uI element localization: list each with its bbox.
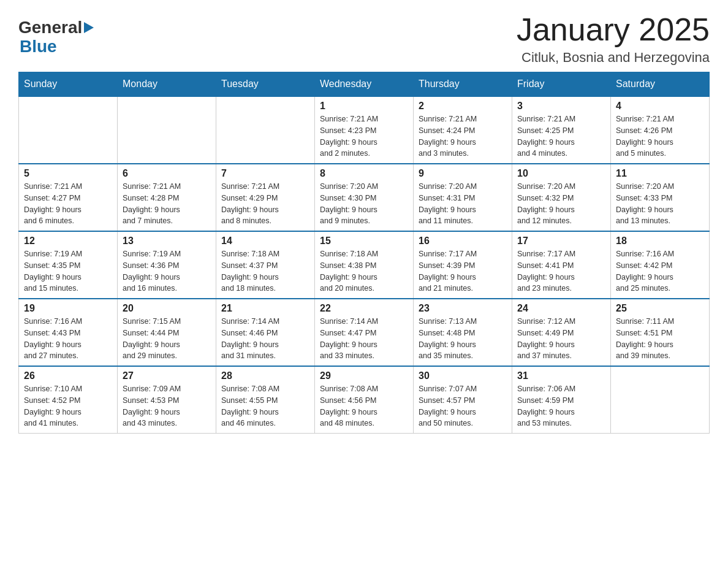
day-info: Sunrise: 7:08 AMSunset: 4:55 PMDaylight:… (221, 383, 309, 429)
week-row-1: 1Sunrise: 7:21 AMSunset: 4:23 PMDaylight… (19, 96, 710, 164)
day-info: Sunrise: 7:13 AMSunset: 4:48 PMDaylight:… (419, 316, 507, 362)
calendar-cell (611, 366, 710, 434)
svg-marker-0 (84, 22, 94, 33)
day-number: 15 (320, 236, 408, 247)
calendar-cell (118, 96, 216, 164)
day-info: Sunrise: 7:18 AMSunset: 4:37 PMDaylight:… (221, 248, 309, 294)
day-number: 13 (123, 236, 211, 247)
calendar-cell: 29Sunrise: 7:08 AMSunset: 4:56 PMDayligh… (315, 366, 414, 434)
calendar-cell: 14Sunrise: 7:18 AMSunset: 4:37 PMDayligh… (216, 231, 315, 299)
day-number: 11 (616, 168, 704, 179)
main-title: January 2025 (517, 12, 710, 47)
calendar-cell: 1Sunrise: 7:21 AMSunset: 4:23 PMDaylight… (315, 96, 414, 164)
page-header: General Blue January 2025 Citluk, Bosnia… (18, 12, 710, 66)
day-info: Sunrise: 7:14 AMSunset: 4:46 PMDaylight:… (221, 316, 309, 362)
calendar-cell (216, 96, 315, 164)
calendar-table: SundayMondayTuesdayWednesdayThursdayFrid… (18, 72, 710, 434)
calendar-header-friday: Friday (512, 72, 611, 97)
calendar-cell: 17Sunrise: 7:17 AMSunset: 4:41 PMDayligh… (512, 231, 611, 299)
calendar-header-monday: Monday (118, 72, 216, 97)
day-number: 31 (517, 370, 605, 381)
calendar-cell: 23Sunrise: 7:13 AMSunset: 4:48 PMDayligh… (414, 299, 512, 366)
day-number: 6 (123, 168, 211, 179)
day-info: Sunrise: 7:21 AMSunset: 4:29 PMDaylight:… (221, 181, 309, 227)
day-number: 30 (419, 370, 507, 381)
day-info: Sunrise: 7:19 AMSunset: 4:35 PMDaylight:… (24, 248, 112, 294)
day-info: Sunrise: 7:11 AMSunset: 4:51 PMDaylight:… (616, 316, 704, 362)
week-row-4: 19Sunrise: 7:16 AMSunset: 4:43 PMDayligh… (19, 299, 710, 366)
calendar-cell: 16Sunrise: 7:17 AMSunset: 4:39 PMDayligh… (414, 231, 512, 299)
calendar-cell: 6Sunrise: 7:21 AMSunset: 4:28 PMDaylight… (118, 164, 216, 231)
day-number: 27 (123, 370, 211, 381)
day-info: Sunrise: 7:18 AMSunset: 4:38 PMDaylight:… (320, 248, 408, 294)
day-info: Sunrise: 7:07 AMSunset: 4:57 PMDaylight:… (419, 383, 507, 429)
calendar-cell: 31Sunrise: 7:06 AMSunset: 4:59 PMDayligh… (512, 366, 611, 434)
calendar-cell: 5Sunrise: 7:21 AMSunset: 4:27 PMDaylight… (19, 164, 118, 231)
calendar-header-thursday: Thursday (414, 72, 512, 97)
day-number: 9 (419, 168, 507, 179)
day-info: Sunrise: 7:08 AMSunset: 4:56 PMDaylight:… (320, 383, 408, 429)
day-number: 23 (419, 303, 507, 314)
calendar-header-saturday: Saturday (611, 72, 710, 97)
calendar-cell: 22Sunrise: 7:14 AMSunset: 4:47 PMDayligh… (315, 299, 414, 366)
calendar-cell (19, 96, 118, 164)
day-number: 18 (616, 236, 704, 247)
calendar-cell: 13Sunrise: 7:19 AMSunset: 4:36 PMDayligh… (118, 231, 216, 299)
calendar-cell: 4Sunrise: 7:21 AMSunset: 4:26 PMDaylight… (611, 96, 710, 164)
calendar-header-row: SundayMondayTuesdayWednesdayThursdayFrid… (19, 72, 710, 97)
day-info: Sunrise: 7:17 AMSunset: 4:39 PMDaylight:… (419, 248, 507, 294)
calendar-cell: 18Sunrise: 7:16 AMSunset: 4:42 PMDayligh… (611, 231, 710, 299)
day-number: 8 (320, 168, 408, 179)
logo-blue-text: Blue (20, 37, 96, 56)
calendar-cell: 12Sunrise: 7:19 AMSunset: 4:35 PMDayligh… (19, 231, 118, 299)
day-info: Sunrise: 7:09 AMSunset: 4:53 PMDaylight:… (123, 383, 211, 429)
day-info: Sunrise: 7:16 AMSunset: 4:43 PMDaylight:… (24, 316, 112, 362)
calendar-cell: 19Sunrise: 7:16 AMSunset: 4:43 PMDayligh… (19, 299, 118, 366)
day-info: Sunrise: 7:16 AMSunset: 4:42 PMDaylight:… (616, 248, 704, 294)
calendar-cell: 27Sunrise: 7:09 AMSunset: 4:53 PMDayligh… (118, 366, 216, 434)
calendar-cell: 9Sunrise: 7:20 AMSunset: 4:31 PMDaylight… (414, 164, 512, 231)
calendar-cell: 3Sunrise: 7:21 AMSunset: 4:25 PMDaylight… (512, 96, 611, 164)
day-number: 19 (24, 303, 112, 314)
day-info: Sunrise: 7:17 AMSunset: 4:41 PMDaylight:… (517, 248, 605, 294)
calendar-header-sunday: Sunday (19, 72, 118, 97)
day-number: 26 (24, 370, 112, 381)
day-info: Sunrise: 7:19 AMSunset: 4:36 PMDaylight:… (123, 248, 211, 294)
day-info: Sunrise: 7:21 AMSunset: 4:24 PMDaylight:… (419, 113, 507, 159)
day-info: Sunrise: 7:15 AMSunset: 4:44 PMDaylight:… (123, 316, 211, 362)
week-row-2: 5Sunrise: 7:21 AMSunset: 4:27 PMDaylight… (19, 164, 710, 231)
day-number: 3 (517, 101, 605, 112)
day-info: Sunrise: 7:14 AMSunset: 4:47 PMDaylight:… (320, 316, 408, 362)
day-number: 10 (517, 168, 605, 179)
day-info: Sunrise: 7:20 AMSunset: 4:33 PMDaylight:… (616, 181, 704, 227)
day-info: Sunrise: 7:21 AMSunset: 4:28 PMDaylight:… (123, 181, 211, 227)
calendar-cell: 11Sunrise: 7:20 AMSunset: 4:33 PMDayligh… (611, 164, 710, 231)
day-number: 4 (616, 101, 704, 112)
calendar-cell: 30Sunrise: 7:07 AMSunset: 4:57 PMDayligh… (414, 366, 512, 434)
logo-arrow-icon (84, 21, 96, 34)
day-number: 28 (221, 370, 309, 381)
day-info: Sunrise: 7:21 AMSunset: 4:25 PMDaylight:… (517, 113, 605, 159)
week-row-5: 26Sunrise: 7:10 AMSunset: 4:52 PMDayligh… (19, 366, 710, 434)
day-info: Sunrise: 7:21 AMSunset: 4:26 PMDaylight:… (616, 113, 704, 159)
logo: General Blue (18, 18, 96, 56)
day-info: Sunrise: 7:20 AMSunset: 4:30 PMDaylight:… (320, 181, 408, 227)
day-number: 7 (221, 168, 309, 179)
subtitle: Citluk, Bosnia and Herzegovina (517, 50, 710, 66)
day-number: 29 (320, 370, 408, 381)
calendar-header-tuesday: Tuesday (216, 72, 315, 97)
day-info: Sunrise: 7:10 AMSunset: 4:52 PMDaylight:… (24, 383, 112, 429)
day-info: Sunrise: 7:06 AMSunset: 4:59 PMDaylight:… (517, 383, 605, 429)
calendar-cell: 15Sunrise: 7:18 AMSunset: 4:38 PMDayligh… (315, 231, 414, 299)
calendar-cell: 8Sunrise: 7:20 AMSunset: 4:30 PMDaylight… (315, 164, 414, 231)
day-number: 25 (616, 303, 704, 314)
day-info: Sunrise: 7:12 AMSunset: 4:49 PMDaylight:… (517, 316, 605, 362)
calendar-cell: 2Sunrise: 7:21 AMSunset: 4:24 PMDaylight… (414, 96, 512, 164)
day-number: 5 (24, 168, 112, 179)
day-number: 22 (320, 303, 408, 314)
day-number: 20 (123, 303, 211, 314)
calendar-header-wednesday: Wednesday (315, 72, 414, 97)
calendar-cell: 25Sunrise: 7:11 AMSunset: 4:51 PMDayligh… (611, 299, 710, 366)
calendar-cell: 20Sunrise: 7:15 AMSunset: 4:44 PMDayligh… (118, 299, 216, 366)
week-row-3: 12Sunrise: 7:19 AMSunset: 4:35 PMDayligh… (19, 231, 710, 299)
